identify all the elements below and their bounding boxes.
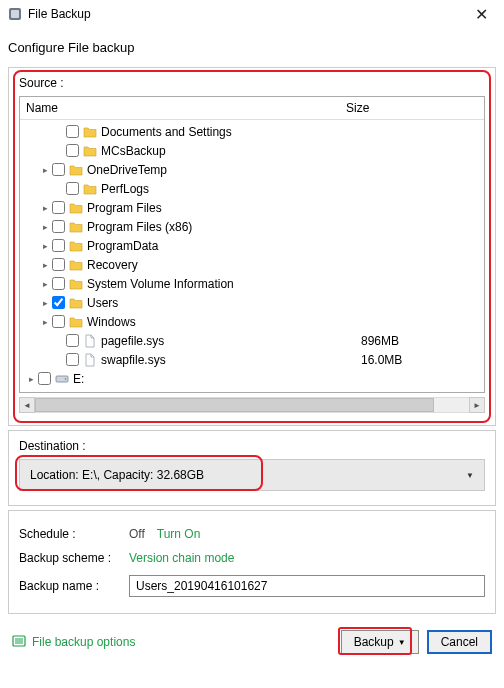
folder-icon bbox=[69, 163, 83, 177]
tree-checkbox[interactable] bbox=[52, 315, 65, 328]
col-name[interactable]: Name bbox=[26, 101, 346, 115]
tree-item-name: System Volume Information bbox=[87, 277, 347, 291]
expander-icon[interactable]: ▸ bbox=[38, 241, 52, 251]
destination-label: Destination : bbox=[19, 439, 485, 453]
tree-row[interactable]: ▸E: bbox=[20, 369, 484, 388]
title-bar: File Backup ✕ bbox=[0, 0, 504, 28]
folder-icon bbox=[83, 182, 97, 196]
tree-checkbox[interactable] bbox=[66, 144, 79, 157]
source-label: Source : bbox=[19, 76, 485, 90]
scheme-row: Backup scheme : Version chain mode bbox=[19, 551, 485, 565]
backup-button-label: Backup bbox=[354, 635, 394, 649]
expander-icon[interactable]: ▸ bbox=[38, 165, 52, 175]
tree-checkbox[interactable] bbox=[38, 372, 51, 385]
schedule-turn-on-link[interactable]: Turn On bbox=[157, 527, 201, 541]
tree-checkbox[interactable] bbox=[66, 353, 79, 366]
file-icon bbox=[83, 353, 97, 367]
cancel-button[interactable]: Cancel bbox=[427, 630, 492, 654]
svg-rect-1 bbox=[11, 10, 19, 18]
tree-checkbox[interactable] bbox=[52, 296, 65, 309]
file-backup-options-label: File backup options bbox=[32, 635, 135, 649]
destination-panel: Destination : Location: E:\, Capacity: 3… bbox=[8, 430, 496, 506]
options-icon bbox=[12, 634, 26, 651]
destination-text: Location: E:\, Capacity: 32.68GB bbox=[30, 468, 204, 482]
tree-item-name: Program Files bbox=[87, 201, 347, 215]
tree-row[interactable]: Documents and Settings bbox=[20, 122, 484, 141]
tree-item-name: swapfile.sys bbox=[101, 353, 361, 367]
cancel-button-label: Cancel bbox=[441, 635, 478, 649]
tree-item-name: OneDriveTemp bbox=[87, 163, 347, 177]
window-title: File Backup bbox=[28, 7, 91, 21]
tree-item-name: PerfLogs bbox=[101, 182, 361, 196]
file-icon bbox=[83, 334, 97, 348]
tree-row[interactable]: ▸ProgramData bbox=[20, 236, 484, 255]
expander-icon[interactable]: ▸ bbox=[38, 260, 52, 270]
source-panel: Source : Name Size Documents and Setting… bbox=[8, 67, 496, 426]
tree-header: Name Size bbox=[20, 97, 484, 120]
tree-row[interactable]: ▸System Volume Information bbox=[20, 274, 484, 293]
tree-checkbox[interactable] bbox=[52, 163, 65, 176]
scroll-right-button[interactable]: ► bbox=[469, 397, 485, 413]
folder-icon bbox=[69, 239, 83, 253]
tree-item-name: Windows bbox=[87, 315, 347, 329]
tree-item-size: 896MB bbox=[361, 334, 431, 348]
tree-checkbox[interactable] bbox=[52, 220, 65, 233]
options-panel: Schedule : Off Turn On Backup scheme : V… bbox=[8, 510, 496, 614]
tree-row[interactable]: ▸Windows bbox=[20, 312, 484, 331]
close-button[interactable]: ✕ bbox=[467, 3, 496, 26]
tree-checkbox[interactable] bbox=[52, 201, 65, 214]
source-tree[interactable]: Name Size Documents and SettingsMCsBacku… bbox=[19, 96, 485, 393]
scheme-value-link[interactable]: Version chain mode bbox=[129, 551, 234, 565]
file-backup-options-link[interactable]: File backup options bbox=[12, 634, 135, 651]
tree-checkbox[interactable] bbox=[52, 277, 65, 290]
tree-item-name: Program Files (x86) bbox=[87, 220, 347, 234]
tree-item-size: 16.0MB bbox=[361, 353, 431, 367]
tree-checkbox[interactable] bbox=[66, 182, 79, 195]
drive-icon bbox=[55, 372, 69, 386]
tree-row[interactable]: MCsBackup bbox=[20, 141, 484, 160]
schedule-row: Schedule : Off Turn On bbox=[19, 527, 485, 541]
footer: File backup options Backup ▼ Cancel bbox=[0, 618, 504, 664]
folder-icon bbox=[69, 296, 83, 310]
tree-checkbox[interactable] bbox=[66, 334, 79, 347]
expander-icon[interactable]: ▸ bbox=[38, 222, 52, 232]
horizontal-scrollbar[interactable]: ◄ ► bbox=[19, 397, 485, 413]
tree-checkbox[interactable] bbox=[66, 125, 79, 138]
tree-checkbox[interactable] bbox=[52, 239, 65, 252]
scheme-label: Backup scheme : bbox=[19, 551, 129, 565]
scroll-track[interactable] bbox=[35, 397, 469, 413]
expander-icon[interactable]: ▸ bbox=[38, 298, 52, 308]
scroll-left-button[interactable]: ◄ bbox=[19, 397, 35, 413]
expander-icon[interactable]: ▸ bbox=[38, 279, 52, 289]
tree-row[interactable]: ▸OneDriveTemp bbox=[20, 160, 484, 179]
tree-item-name: Recovery bbox=[87, 258, 347, 272]
scroll-thumb[interactable] bbox=[35, 398, 434, 412]
folder-icon bbox=[69, 258, 83, 272]
tree-row[interactable]: swapfile.sys16.0MB bbox=[20, 350, 484, 369]
destination-selector[interactable]: Location: E:\, Capacity: 32.68GB ▼ bbox=[19, 459, 485, 491]
tree-row[interactable]: ▸Program Files bbox=[20, 198, 484, 217]
folder-icon bbox=[69, 277, 83, 291]
chevron-down-icon: ▼ bbox=[466, 471, 474, 480]
tree-checkbox[interactable] bbox=[52, 258, 65, 271]
tree-item-name: pagefile.sys bbox=[101, 334, 361, 348]
tree-row[interactable]: ▸Recovery bbox=[20, 255, 484, 274]
tree-body: Documents and SettingsMCsBackup▸OneDrive… bbox=[20, 120, 484, 392]
schedule-state: Off bbox=[129, 527, 145, 541]
caret-down-icon: ▼ bbox=[398, 638, 406, 647]
tree-row[interactable]: PerfLogs bbox=[20, 179, 484, 198]
backup-name-input[interactable] bbox=[129, 575, 485, 597]
footer-buttons: Backup ▼ Cancel bbox=[341, 630, 492, 654]
tree-row[interactable]: ▸Users bbox=[20, 293, 484, 312]
tree-row[interactable]: pagefile.sys896MB bbox=[20, 331, 484, 350]
tree-item-name: ProgramData bbox=[87, 239, 347, 253]
tree-row[interactable]: ▸Program Files (x86) bbox=[20, 217, 484, 236]
expander-icon[interactable]: ▸ bbox=[38, 317, 52, 327]
backup-button[interactable]: Backup ▼ bbox=[341, 630, 419, 654]
name-row: Backup name : bbox=[19, 575, 485, 597]
folder-icon bbox=[83, 125, 97, 139]
col-size[interactable]: Size bbox=[346, 101, 478, 115]
expander-icon[interactable]: ▸ bbox=[24, 374, 38, 384]
app-icon bbox=[8, 7, 22, 21]
expander-icon[interactable]: ▸ bbox=[38, 203, 52, 213]
